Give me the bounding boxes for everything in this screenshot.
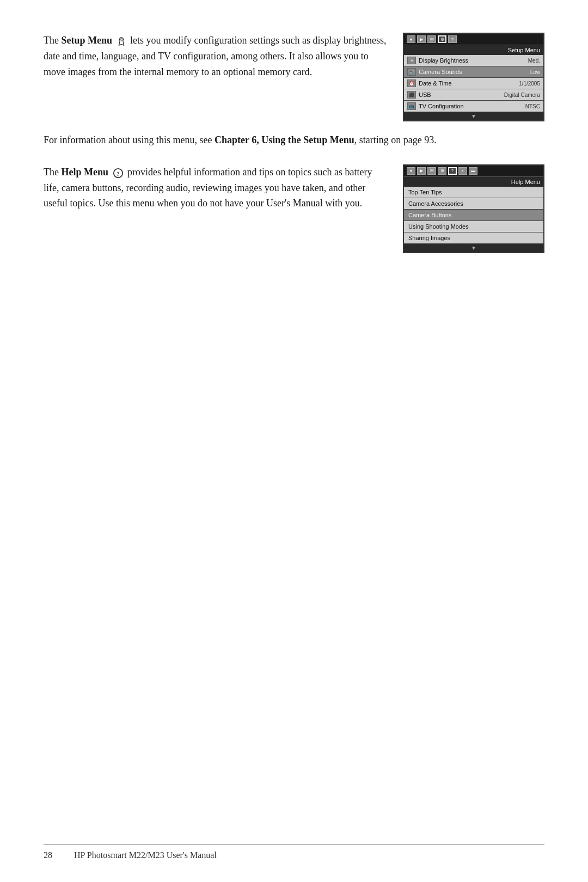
h-icon-extra1: ▪ xyxy=(458,167,467,175)
menu-value-tv: NTSC xyxy=(525,103,540,109)
setup-screen-title: Setup Menu xyxy=(404,45,543,55)
menu-row-datetime: ⏰ Date & Time 1/1/2005 xyxy=(404,78,543,89)
help-section: The Help Menu ? provides helpful informa… xyxy=(44,164,544,253)
h-icon-email: ✉ xyxy=(427,167,436,175)
setup-text-block: The Setup Menu lets you modify configura… xyxy=(44,33,387,84)
screen-icons: ● ▶ ✉ ⚙ ? xyxy=(407,35,457,43)
menu-label-sounds: Camera Sounds xyxy=(419,69,528,75)
help-row-shooting: Using Shooting Modes xyxy=(404,221,543,232)
page-content: The Setup Menu lets you modify configura… xyxy=(44,33,544,253)
help-label-shooting: Using Shooting Modes xyxy=(408,223,469,230)
h-icon-extra2: ▬ xyxy=(469,167,477,175)
help-screen-icons: ● ▶ ✉ ⚙ ? ▪ ▬ xyxy=(407,167,477,175)
scroll-arrow: ▼ xyxy=(404,112,543,120)
brightness-icon: ☀ xyxy=(407,57,416,64)
menu-row-tv: 📺 TV Configuration NTSC xyxy=(404,101,543,112)
menu-label-tv: TV Configuration xyxy=(419,103,523,109)
book-title: HP Photosmart M22/M23 User's Manual xyxy=(74,850,217,860)
menu-row-brightness: ☀ Display Brightness Med. xyxy=(404,55,543,66)
h-icon-setup: ⚙ xyxy=(438,167,446,175)
icon-setup: ⚙ xyxy=(438,35,446,43)
icon-play: ▶ xyxy=(417,35,426,43)
sound-icon: 🔊 xyxy=(407,68,416,76)
menu-row-usb: ⬛ USB Digital Camera xyxy=(404,89,543,101)
setup-menu-screen: ● ▶ ✉ ⚙ ? Setup Menu ☀ Display Brightnes… xyxy=(403,33,544,121)
svg-text:?: ? xyxy=(117,170,119,176)
help-label-topten: Top Ten Tips xyxy=(408,189,442,195)
menu-label-usb: USB xyxy=(419,91,501,98)
help-row-sharing: Sharing Images xyxy=(404,232,543,244)
help-menu-icon: ? xyxy=(113,168,124,179)
h-icon-help: ? xyxy=(448,167,457,175)
help-screen-title: Help Menu xyxy=(404,177,543,187)
clock-icon: ⏰ xyxy=(407,79,416,87)
setup-continuation: For information about using this menu, s… xyxy=(44,132,544,148)
help-label-accessories: Camera Accessories xyxy=(408,200,463,207)
menu-value-sounds: Low xyxy=(530,69,540,75)
help-label-sharing: Sharing Images xyxy=(408,235,450,241)
help-row-buttons: Camera Buttons xyxy=(404,210,543,221)
setup-section: The Setup Menu lets you modify configura… xyxy=(44,33,544,121)
setup-paragraph: The Setup Menu lets you modify configura… xyxy=(44,33,387,79)
menu-value-usb: Digital Camera xyxy=(504,92,540,98)
help-paragraph: The Help Menu ? provides helpful informa… xyxy=(44,164,387,211)
help-menu-term: Help Menu xyxy=(61,167,108,177)
screen-topbar: ● ▶ ✉ ⚙ ? xyxy=(404,34,543,45)
setup-menu-icon xyxy=(117,36,126,46)
help-screen-topbar: ● ▶ ✉ ⚙ ? ▪ ▬ xyxy=(404,166,543,177)
tv-icon: 📺 xyxy=(407,102,416,110)
page-footer: 28 HP Photosmart M22/M23 User's Manual xyxy=(44,844,544,860)
page-number: 28 xyxy=(44,850,52,860)
icon-email: ✉ xyxy=(427,35,436,43)
menu-value-brightness: Med. xyxy=(528,58,540,64)
menu-value-datetime: 1/1/2005 xyxy=(519,81,540,87)
icon-camera: ● xyxy=(407,35,415,43)
help-menu-screen: ● ▶ ✉ ⚙ ? ▪ ▬ Help Menu Top Ten Tips Cam… xyxy=(403,164,544,253)
svg-point-0 xyxy=(120,38,122,40)
menu-label-brightness: Display Brightness xyxy=(419,57,525,64)
help-row-accessories: Camera Accessories xyxy=(404,198,543,210)
usb-icon: ⬛ xyxy=(407,91,416,99)
h-icon-camera: ● xyxy=(407,167,415,175)
menu-label-datetime: Date & Time xyxy=(419,80,516,87)
menu-row-sounds: 🔊 Camera Sounds Low xyxy=(404,66,543,78)
help-text-block: The Help Menu ? provides helpful informa… xyxy=(44,164,387,216)
help-scroll-arrow: ▼ xyxy=(404,244,543,252)
icon-help: ? xyxy=(448,35,457,43)
h-icon-play: ▶ xyxy=(417,167,426,175)
chapter-ref: Chapter 6, Using the Setup Menu xyxy=(215,134,354,145)
help-label-buttons: Camera Buttons xyxy=(408,212,451,218)
help-row-topten: Top Ten Tips xyxy=(404,187,543,198)
setup-menu-term: Setup Menu xyxy=(61,35,112,46)
